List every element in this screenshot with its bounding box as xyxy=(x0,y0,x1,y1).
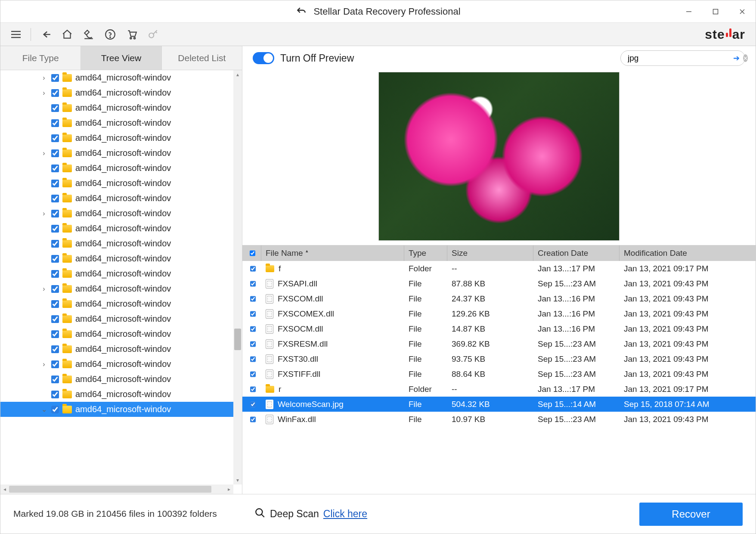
table-row[interactable]: WinFax.dllFile10.97 KBSep 15...:23 AMJan… xyxy=(242,412,756,427)
row-checkbox[interactable] xyxy=(250,371,256,378)
tree-item-checkbox[interactable] xyxy=(51,360,59,368)
tree-item-checkbox[interactable] xyxy=(51,315,59,323)
microscope-icon[interactable] xyxy=(79,26,98,43)
back-icon[interactable] xyxy=(36,26,55,43)
folder-tree[interactable]: ›amd64_microsoft-windov›amd64_microsoft-… xyxy=(0,70,242,494)
tree-item-checkbox[interactable] xyxy=(51,270,59,278)
deep-scan-link[interactable]: Click here xyxy=(323,508,367,520)
select-all-checkbox[interactable] xyxy=(250,250,255,257)
window-close-button[interactable] xyxy=(729,0,756,22)
table-row[interactable]: FXSAPI.dllFile87.88 KBSep 15...:23 AMJan… xyxy=(242,276,756,291)
tree-item-checkbox[interactable] xyxy=(51,180,59,187)
expander-icon[interactable]: ⌄ xyxy=(40,405,48,413)
tree-item-checkbox[interactable] xyxy=(51,285,59,293)
tree-item[interactable]: amd64_microsoft-windov xyxy=(0,191,242,206)
table-row[interactable]: FXST30.dllFile93.75 KBSep 15...:23 AMJan… xyxy=(242,351,756,366)
preview-toggle[interactable] xyxy=(253,52,274,64)
tree-item-checkbox[interactable] xyxy=(51,391,59,398)
tree-item[interactable]: ›amd64_microsoft-windov xyxy=(0,206,242,221)
tree-horizontal-scrollbar[interactable]: ◂ ▸ xyxy=(0,484,233,494)
row-checkbox[interactable] xyxy=(250,265,256,272)
tree-item-checkbox[interactable] xyxy=(51,195,59,202)
tree-item[interactable]: amd64_microsoft-windov xyxy=(0,372,242,387)
scroll-up-icon[interactable]: ▴ xyxy=(233,70,242,79)
col-header-modification-date[interactable]: Modification Date xyxy=(620,245,756,261)
row-checkbox[interactable] xyxy=(250,326,256,332)
row-checkbox[interactable] xyxy=(250,295,256,302)
row-checkbox[interactable] xyxy=(250,386,256,393)
tree-item[interactable]: amd64_microsoft-windov xyxy=(0,251,242,266)
expander-icon[interactable]: › xyxy=(40,285,48,293)
undo-icon[interactable] xyxy=(295,6,307,18)
expander-icon[interactable]: › xyxy=(40,210,48,217)
expander-icon[interactable]: › xyxy=(40,89,48,97)
col-header-name[interactable]: File Name▴ xyxy=(261,245,404,261)
row-checkbox[interactable] xyxy=(250,416,256,423)
scroll-thumb[interactable] xyxy=(234,329,241,350)
tree-item[interactable]: ›amd64_microsoft-windov xyxy=(0,281,242,296)
search-box[interactable]: ➔ ✕ xyxy=(620,50,745,66)
tree-item[interactable]: amd64_microsoft-windov xyxy=(0,100,242,115)
tree-item[interactable]: amd64_microsoft-windov xyxy=(0,130,242,146)
tree-item[interactable]: amd64_microsoft-windov xyxy=(0,266,242,281)
tree-item[interactable]: ›amd64_microsoft-windov xyxy=(0,85,242,100)
table-row[interactable]: FXSCOM.dllFile24.37 KBJan 13...:16 PMJan… xyxy=(242,291,756,306)
tree-item[interactable]: amd64_microsoft-windov xyxy=(0,221,242,236)
row-checkbox[interactable] xyxy=(250,356,256,363)
row-checkbox[interactable] xyxy=(250,401,256,408)
cart-icon[interactable] xyxy=(122,26,141,43)
tree-item[interactable]: amd64_microsoft-windov xyxy=(0,115,242,130)
scroll-right-icon[interactable]: ▸ xyxy=(225,486,233,492)
tree-item-checkbox[interactable] xyxy=(51,74,59,82)
tree-item-checkbox[interactable] xyxy=(51,376,59,383)
tree-item-checkbox[interactable] xyxy=(51,330,59,338)
tab-file-type[interactable]: File Type xyxy=(0,46,81,70)
expander-icon[interactable]: › xyxy=(40,149,48,157)
tree-item-checkbox[interactable] xyxy=(51,119,59,127)
tree-item[interactable]: amd64_microsoft-windov xyxy=(0,387,242,402)
tree-item-checkbox[interactable] xyxy=(51,134,59,142)
tree-item-checkbox[interactable] xyxy=(51,104,59,112)
expander-icon[interactable]: › xyxy=(40,360,48,368)
table-row[interactable]: FXSOCM.dllFile14.87 KBJan 13...:16 PMJan… xyxy=(242,321,756,336)
tree-item-checkbox[interactable] xyxy=(51,165,59,172)
tree-item-checkbox[interactable] xyxy=(51,345,59,353)
key-icon[interactable] xyxy=(144,26,163,43)
tree-item-checkbox[interactable] xyxy=(51,240,59,248)
window-minimize-button[interactable] xyxy=(675,0,702,22)
tree-item[interactable]: amd64_microsoft-windov xyxy=(0,311,242,326)
tree-item[interactable]: amd64_microsoft-windov xyxy=(0,342,242,357)
tree-item[interactable]: ›amd64_microsoft-windov xyxy=(0,70,242,85)
tree-item-checkbox[interactable] xyxy=(51,210,59,217)
expander-icon[interactable]: › xyxy=(40,74,48,82)
row-checkbox[interactable] xyxy=(250,310,256,317)
search-input[interactable] xyxy=(628,53,730,63)
table-row[interactable]: FXSRESM.dllFile369.82 KBSep 15...:23 AMJ… xyxy=(242,336,756,351)
table-row[interactable]: FXSTIFF.dllFile88.64 KBSep 15...:23 AMJa… xyxy=(242,366,756,382)
search-clear-icon[interactable]: ✕ xyxy=(743,54,748,62)
scroll-down-icon[interactable]: ▾ xyxy=(233,476,242,484)
tree-item[interactable]: amd64_microsoft-windov xyxy=(0,236,242,251)
tree-item[interactable]: amd64_microsoft-windov xyxy=(0,161,242,176)
tab-tree-view[interactable]: Tree View xyxy=(81,46,161,70)
hamburger-menu-icon[interactable] xyxy=(6,26,25,43)
table-row[interactable]: rFolder--Jan 13...:17 PMJan 13, 2021 09:… xyxy=(242,382,756,397)
col-header-type[interactable]: Type xyxy=(404,245,447,261)
tree-item[interactable]: ›amd64_microsoft-windov xyxy=(0,146,242,161)
tree-item[interactable]: amd64_microsoft-windov xyxy=(0,176,242,191)
col-header-creation-date[interactable]: Creation Date xyxy=(533,245,620,261)
home-icon[interactable] xyxy=(58,26,77,43)
tree-item-checkbox[interactable] xyxy=(51,89,59,97)
file-table-body[interactable]: fFolder--Jan 13...:17 PMJan 13, 2021 09:… xyxy=(242,261,756,494)
table-row[interactable]: FXSCOMEX.dllFile129.26 KBJan 13...:16 PM… xyxy=(242,306,756,321)
tree-item-checkbox[interactable] xyxy=(51,300,59,308)
tree-item[interactable]: amd64_microsoft-windov xyxy=(0,326,242,342)
tree-item-checkbox[interactable] xyxy=(51,149,59,157)
window-maximize-button[interactable] xyxy=(702,0,729,22)
search-go-icon[interactable]: ➔ xyxy=(733,53,740,63)
tree-item[interactable]: ⌄amd64_microsoft-windov xyxy=(0,402,242,417)
col-header-size[interactable]: Size xyxy=(447,245,533,261)
row-checkbox[interactable] xyxy=(250,280,256,287)
table-row[interactable]: WelcomeScan.jpgFile504.32 KBSep 15...:14… xyxy=(242,397,756,412)
table-row[interactable]: fFolder--Jan 13...:17 PMJan 13, 2021 09:… xyxy=(242,261,756,276)
